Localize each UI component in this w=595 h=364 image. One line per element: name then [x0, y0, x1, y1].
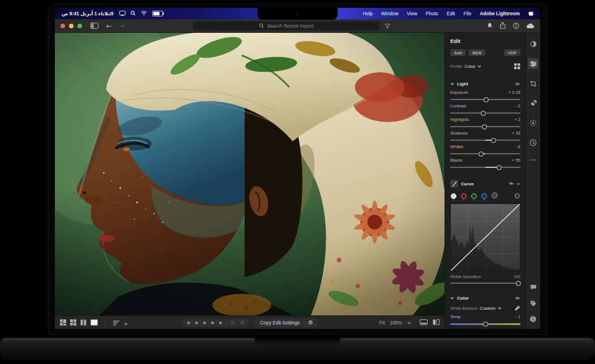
- curve-chevron-icon[interactable]: [516, 183, 520, 185]
- auto-button[interactable]: Auto: [450, 49, 466, 56]
- notifications-bell-icon[interactable]: [487, 21, 493, 31]
- white-balance-value[interactable]: Custom: [480, 306, 495, 311]
- wb-chevron-icon[interactable]: [498, 307, 502, 310]
- slider-knob[interactable]: [497, 165, 502, 170]
- portrait-photo[interactable]: [55, 33, 445, 315]
- more-tools-icon[interactable]: •••: [530, 157, 536, 162]
- help-icon[interactable]: [513, 21, 519, 31]
- zoom-chevron-icon[interactable]: [407, 320, 411, 326]
- exposure-slider[interactable]: Exposure+ 0.25: [450, 90, 520, 100]
- slider-knob[interactable]: [484, 97, 489, 102]
- cloud-sync-icon[interactable]: [527, 21, 534, 31]
- detail-view-icon[interactable]: [90, 318, 98, 328]
- menu-window[interactable]: Window: [381, 11, 398, 16]
- zoom-fit-label[interactable]: Fit: [380, 320, 385, 326]
- highlights-slider[interactable]: Highlights+ 2: [450, 117, 520, 127]
- search-input[interactable]: Search Recent Import: [193, 21, 380, 30]
- info-icon[interactable]: [528, 314, 538, 324]
- browse-profiles-icon[interactable]: [514, 63, 520, 70]
- star-icon[interactable]: ★: [218, 320, 224, 326]
- blacks-slider[interactable]: Blacks+ 55: [450, 158, 520, 168]
- keyword-tag-icon[interactable]: [528, 298, 538, 309]
- whites-slider[interactable]: Whites- 8: [450, 144, 520, 154]
- tone-curve-graph[interactable]: [450, 203, 520, 271]
- versions-history-icon[interactable]: [528, 137, 538, 148]
- crop-icon[interactable]: [528, 78, 538, 89]
- light-section-header[interactable]: Light: [450, 81, 520, 86]
- hdr-button[interactable]: HDR: [504, 49, 520, 56]
- profile-chevron-icon[interactable]: [477, 65, 481, 68]
- tint-slider[interactable]: Tint- 2: [450, 328, 520, 329]
- contrast-slider[interactable]: Contrast- 2: [450, 103, 520, 114]
- light-eye-icon[interactable]: [515, 82, 520, 86]
- menu-edit[interactable]: Edit: [447, 11, 455, 16]
- menu-file[interactable]: File: [463, 11, 471, 16]
- photo-grid-view-icon[interactable]: [60, 318, 66, 328]
- sort-icon[interactable]: [113, 318, 120, 328]
- minimize-button[interactable]: [69, 24, 74, 28]
- star-icon[interactable]: ★: [194, 320, 200, 326]
- color-section-header[interactable]: Color: [450, 296, 520, 301]
- flag-pick-icon[interactable]: ⚐: [231, 320, 236, 326]
- curve-eye-icon[interactable]: [508, 181, 514, 187]
- filter-funnel-icon[interactable]: [385, 21, 390, 31]
- channel-blue[interactable]: [481, 193, 487, 199]
- slider-knob[interactable]: [481, 111, 486, 116]
- square-grid-view-icon[interactable]: [70, 318, 76, 328]
- zoom-level-value[interactable]: 100%: [390, 320, 402, 326]
- slider-knob[interactable]: [491, 138, 496, 143]
- temp-slider[interactable]: Temp- 1: [450, 314, 520, 325]
- slider-knob[interactable]: [482, 124, 487, 129]
- battery-icon[interactable]: [152, 11, 163, 16]
- menu-view[interactable]: View: [407, 11, 417, 16]
- star-icon[interactable]: ★: [210, 320, 216, 326]
- slider-knob[interactable]: [516, 281, 521, 286]
- forward-button[interactable]: →: [119, 23, 124, 29]
- presets-icon[interactable]: [528, 38, 538, 49]
- sidebar-toggle-icon[interactable]: [90, 23, 98, 29]
- star-icon[interactable]: ★: [202, 320, 208, 326]
- zoom-button[interactable]: [77, 24, 82, 28]
- apple-menu-icon[interactable]: [528, 10, 533, 18]
- masking-icon[interactable]: [528, 118, 538, 128]
- copy-edit-settings-button[interactable]: Copy Edit Settings ⚙: [254, 318, 318, 327]
- channel-parametric[interactable]: [491, 192, 498, 200]
- curve-button-icon[interactable]: [450, 180, 458, 188]
- shadows-slider[interactable]: Shadows+ 33: [450, 131, 520, 141]
- sort-chevron-icon[interactable]: [124, 318, 128, 328]
- compare-view-icon[interactable]: [80, 318, 87, 328]
- before-after-icon[interactable]: [433, 319, 439, 326]
- star-rating[interactable]: ★★★★★ ⚐ ⚐: [181, 319, 249, 327]
- macbook-base: [0, 338, 595, 361]
- comments-icon[interactable]: [528, 282, 538, 293]
- targeted-adjust-icon[interactable]: [514, 193, 520, 199]
- edit-sliders-icon[interactable]: [528, 58, 538, 69]
- spotlight-search-icon[interactable]: [131, 11, 136, 17]
- settings-gear-icon[interactable]: ⚙: [308, 319, 313, 326]
- curve-section-header[interactable]: Curve: [450, 180, 520, 188]
- menu-photo[interactable]: Photo: [426, 11, 438, 16]
- slider-knob[interactable]: [483, 322, 488, 327]
- slider-knob[interactable]: [478, 151, 484, 157]
- back-button[interactable]: ←: [106, 23, 112, 29]
- wb-eyedropper-icon[interactable]: [515, 305, 520, 311]
- star-icon[interactable]: ★: [186, 320, 192, 326]
- menu-help[interactable]: Help: [363, 11, 373, 16]
- channel-red[interactable]: [461, 193, 467, 199]
- close-button[interactable]: [61, 24, 65, 28]
- slider-label: Exposure: [450, 90, 468, 95]
- channel-luminance[interactable]: [451, 193, 456, 199]
- color-eye-icon[interactable]: [515, 296, 520, 300]
- app-menu-adobe-lightroom[interactable]: Adobe Lightroom: [480, 11, 520, 16]
- refine-saturation-slider[interactable]: [450, 283, 520, 284]
- share-icon[interactable]: [500, 21, 506, 31]
- filmstrip-toggle-icon[interactable]: [420, 319, 428, 326]
- healing-icon[interactable]: [528, 98, 538, 109]
- profile-value[interactable]: Color: [464, 64, 475, 69]
- channel-green[interactable]: [471, 193, 477, 199]
- flag-reject-icon[interactable]: ⚐: [239, 320, 244, 326]
- bw-button[interactable]: B&W: [468, 49, 485, 56]
- menu-bar-clock[interactable]: الثلاثاء 1 أبريل 9:41 ص: [62, 11, 114, 16]
- wifi-icon[interactable]: [141, 11, 147, 16]
- screen-mirroring-icon[interactable]: [119, 11, 126, 17]
